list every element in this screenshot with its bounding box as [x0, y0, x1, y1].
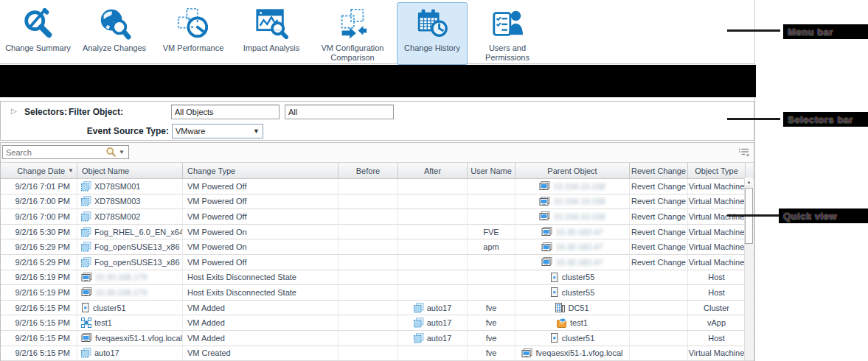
cell-parent-object: 10.154.10.158: [515, 179, 630, 194]
column-header-object-type[interactable]: Object Type: [688, 163, 746, 178]
cell-object-name: test1: [77, 315, 183, 330]
filter-scope-input[interactable]: All: [285, 105, 394, 119]
parent-object-text: 10.154.10.158: [553, 182, 605, 191]
cell-before: [338, 301, 398, 315]
cluster-icon: [550, 273, 559, 282]
parent-object-text: fveqaesxi51-1.vfog.local: [535, 348, 622, 357]
menu-item-vm-performance[interactable]: VM Performance: [153, 2, 233, 65]
host-icon: [81, 333, 92, 343]
cell-change-date: 9/2/16 7:00 PM: [1, 194, 77, 209]
expander-triangle-icon[interactable]: ▷: [11, 107, 17, 115]
cell-user-name: fve: [468, 301, 515, 315]
cell-object-type: Host: [688, 331, 746, 346]
object-name-text: auto17: [94, 348, 119, 357]
column-header-before[interactable]: Before: [338, 163, 398, 178]
parent-object-text: 10.154.10.158: [553, 197, 605, 206]
menu-item-vm-configuration-comparison[interactable]: VM Configuration Comparison: [310, 2, 395, 65]
quick-view-callout-label: Quick view: [779, 208, 868, 223]
parent-object-text: cluster55: [562, 288, 595, 297]
cell-change-type: Host Exits Disconnected State: [183, 285, 338, 300]
column-header-revert-change[interactable]: Revert Change: [630, 163, 688, 178]
column-header-change-date[interactable]: Change Date▼: [1, 163, 77, 178]
table-row[interactable]: 9/2/16 7:00 PMXD78SM003VM Powered Off10.…: [1, 194, 754, 210]
cell-change-type: VM Powered Off: [183, 209, 338, 224]
table-row[interactable]: 9/2/16 5:15 PMauto17VM Createdfvefveqaes…: [1, 346, 754, 361]
revert-change-link[interactable]: Revert Change: [631, 258, 686, 267]
vertical-scrollbar[interactable]: ▲: [744, 178, 753, 360]
search-input[interactable]: [3, 148, 105, 157]
vm-icon: [81, 211, 91, 222]
cell-revert-change: [630, 346, 688, 361]
selectors-bar-callout-label: Selectors bar: [783, 112, 868, 127]
menu-item-change-summary[interactable]: Change Summary: [1, 2, 75, 65]
object-name-text: XD78SM002: [94, 212, 140, 221]
vm-icon: [414, 303, 424, 313]
cell-parent-object: test1: [515, 315, 630, 330]
cell-object-type: vApp: [688, 315, 746, 330]
cell-change-type: VM Powered On: [183, 225, 338, 239]
cell-after: [398, 225, 468, 239]
table-row[interactable]: 9/2/16 7:00 PMXD78SM002VM Powered Off10.…: [1, 209, 754, 225]
cell-before: [338, 270, 398, 285]
cell-revert-change: [630, 331, 688, 346]
cell-parent-object: cluster51: [515, 331, 630, 346]
scroll-up-arrow-icon[interactable]: ▲: [745, 178, 753, 186]
table-header: Change Date▼ Object Name Change Type Bef…: [1, 163, 754, 179]
revert-change-link[interactable]: Revert Change: [631, 197, 686, 206]
customizer-icon[interactable]: [738, 147, 750, 158]
cell-revert-change: Revert Change: [630, 239, 688, 254]
revert-change-link[interactable]: Revert Change: [631, 212, 686, 221]
menu-bar-callout-label: Menu bar: [783, 24, 868, 39]
cell-before: [338, 179, 398, 194]
filter-object-input[interactable]: All Objects: [171, 105, 280, 119]
cell-after: [398, 239, 468, 254]
host-icon: [539, 197, 550, 206]
cell-change-type: VM Powered Off: [183, 194, 338, 209]
users-permissions-icon: [489, 5, 526, 42]
search-box: ▼: [2, 145, 129, 159]
cell-object-type: Virtual Machine: [688, 346, 746, 361]
cell-after: auto17: [398, 301, 468, 315]
revert-change-link[interactable]: Revert Change: [631, 182, 686, 191]
table-row[interactable]: 9/2/16 5:30 PMFog_RHEL_6.0_EN_x64VM Powe…: [1, 225, 754, 240]
after-value-text: auto17: [427, 304, 452, 312]
table-row[interactable]: 9/2/16 5:19 PM10.30.168.179Host Exits Di…: [1, 285, 754, 301]
column-header-after[interactable]: After: [398, 163, 468, 178]
cell-after: [398, 209, 468, 224]
cell-change-type: VM Powered On: [183, 239, 338, 254]
cell-after: [398, 194, 468, 209]
impact-analysis-icon: [253, 5, 290, 42]
host-icon: [541, 227, 552, 236]
menu-item-change-history[interactable]: Change History: [397, 2, 468, 65]
menu-item-impact-analysis[interactable]: Impact Analysis: [235, 2, 308, 65]
column-header-parent-object[interactable]: Parent Object: [515, 163, 630, 178]
table-row[interactable]: 9/2/16 5:29 PMFog_openSUSE13_x86VM Power…: [1, 255, 754, 270]
cell-object-name: auto17: [77, 346, 183, 361]
column-header-change-type[interactable]: Change Type: [183, 163, 338, 178]
menu-item-label: Change History: [404, 43, 460, 53]
table-row[interactable]: 9/2/16 7:01 PMXD78SM001VM Powered Off10.…: [1, 179, 754, 194]
revert-change-link[interactable]: Revert Change: [631, 228, 686, 236]
table-row[interactable]: 9/2/16 5:15 PMcluster51VM Addedauto17fve…: [1, 301, 754, 316]
cell-change-type: VM Added: [183, 331, 338, 346]
object-name-text: Fog_openSUSE13_x86: [94, 242, 180, 251]
vapp-orange-icon: [557, 318, 567, 328]
parent-object-text: 10.154.10.158: [553, 212, 605, 221]
menu-item-users-and-permissions[interactable]: Users and Permissions: [469, 2, 546, 65]
column-header-object-name[interactable]: Object Name: [77, 163, 183, 178]
column-header-user-name[interactable]: User Name: [468, 163, 515, 178]
event-source-type-dropdown[interactable]: VMware ▼: [172, 124, 263, 139]
parent-object-text: 10.30.182.47: [555, 242, 603, 251]
search-options-chevron-icon[interactable]: ▼: [117, 149, 128, 155]
table-row[interactable]: 9/2/16 5:19 PM10.30.168.179Host Exits Di…: [1, 270, 754, 286]
table-row[interactable]: 9/2/16 5:29 PMFog_openSUSE13_x86VM Power…: [1, 239, 754, 255]
cell-user-name: FVE: [468, 225, 515, 239]
table-row[interactable]: 9/2/16 5:15 PMfveqaesxi51-1.vfog.localVM…: [1, 331, 754, 346]
revert-change-link[interactable]: Revert Change: [631, 242, 686, 251]
menu-item-label: Analyze Changes: [83, 43, 146, 53]
cell-after: auto17: [398, 315, 468, 330]
search-icon[interactable]: [105, 147, 117, 158]
cell-parent-object: 10.30.182.47: [515, 255, 630, 270]
menu-item-analyze-changes[interactable]: Analyze Changes: [77, 2, 152, 65]
table-row[interactable]: 9/2/16 5:15 PMtest1VM Addedauto17fvetest…: [1, 315, 754, 331]
